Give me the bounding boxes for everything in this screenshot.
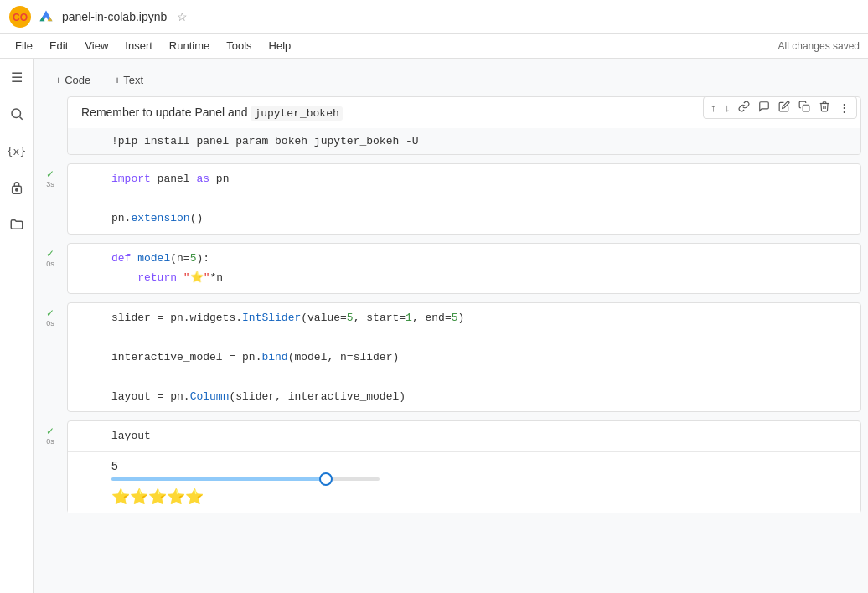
sidebar-files-icon[interactable] <box>7 214 27 235</box>
code-cell-4-wrapper: ✓ 0s [4] layout 5 ⭐⭐⭐⭐⭐ <box>34 420 868 513</box>
code-cell-3[interactable]: slider = pn.widgets.IntSlider(value=5, s… <box>67 302 861 413</box>
link-button[interactable] <box>735 99 753 116</box>
text-cell-toolbar: ↑ ↓ ⋮ <box>703 96 857 119</box>
cell-4-check: ✓ <box>46 425 54 437</box>
sidebar-search-icon[interactable] <box>7 104 27 124</box>
code-line: layout <box>68 426 860 446</box>
cell-4-output: 5 ⭐⭐⭐⭐⭐ <box>68 451 860 513</box>
copy-button[interactable] <box>795 99 814 116</box>
code-cell-1-wrapper: ✓ 3s [1] import panel as pn pn.extension… <box>34 163 868 235</box>
code-line: pn.extension() <box>68 209 860 229</box>
save-status: All changes saved <box>778 40 860 52</box>
drive-icon <box>39 9 54 24</box>
cell-2-status: ✓ 0s <box>34 243 67 268</box>
cell-3-status: ✓ 0s <box>34 302 67 327</box>
code-line: return "⭐"*n <box>68 268 860 288</box>
pip-cell: !pip install panel param bokeh jupyter_b… <box>68 128 860 154</box>
slider-track[interactable] <box>111 477 380 481</box>
code-cell-1-content: import panel as pn pn.extension() <box>68 164 860 234</box>
cell-2-time: 0s <box>46 260 54 268</box>
top-bar: CO panel-in-colab.ipynb ☆ <box>0 0 868 34</box>
svg-point-2 <box>12 109 21 118</box>
code-line: import panel as pn <box>68 169 860 189</box>
delete-cell-button[interactable] <box>815 99 834 116</box>
cell-1-status: ✓ 3s <box>34 163 67 188</box>
add-text-button[interactable]: + Text <box>106 70 152 90</box>
slider-fill <box>111 477 326 481</box>
text-cell-wrapper: ↑ ↓ ⋮ <box>34 96 868 155</box>
menu-help[interactable]: Help <box>262 36 298 55</box>
notebook-title[interactable]: panel-in-colab.ipynb <box>62 10 167 23</box>
sidebar-variables-icon[interactable]: {x} <box>7 141 27 161</box>
comment-button[interactable] <box>755 99 773 116</box>
cell-1-check: ✓ <box>46 168 54 180</box>
code-cell-3-wrapper: ✓ 0s [3] slider = pn.widgets.IntSlider(v… <box>34 302 868 413</box>
code-cell-2-wrapper: ✓ 0s [2] def model(n=5): return "⭐"*n <box>34 243 868 294</box>
menu-file[interactable]: File <box>8 36 39 55</box>
stars-output: ⭐⭐⭐⭐⭐ <box>111 487 847 506</box>
notebook-toolbar: + Code + Text <box>34 65 868 95</box>
menu-view[interactable]: View <box>78 36 115 55</box>
svg-text:CO: CO <box>13 12 28 23</box>
menu-runtime[interactable]: Runtime <box>163 36 216 55</box>
pip-command-line: !pip install panel param bokeh jupyter_b… <box>68 133 860 149</box>
slider-value-display: 5 <box>111 459 847 472</box>
menu-tools[interactable]: Tools <box>220 36 258 55</box>
move-down-button[interactable]: ↓ <box>721 100 734 116</box>
edit-button[interactable] <box>775 99 793 116</box>
code-cell-3-content: slider = pn.widgets.IntSlider(value=5, s… <box>68 303 860 412</box>
slider-thumb <box>319 472 333 486</box>
star-icon[interactable]: ☆ <box>177 10 188 23</box>
svg-rect-6 <box>803 105 809 111</box>
code-cell-1[interactable]: import panel as pn pn.extension() <box>67 163 861 235</box>
move-up-button[interactable]: ↑ <box>707 100 720 116</box>
more-options-button[interactable]: ⋮ <box>835 100 853 116</box>
sidebar-secrets-icon[interactable] <box>7 178 27 198</box>
code-line: def model(n=5): <box>68 249 860 269</box>
cell-3-check: ✓ <box>46 307 54 319</box>
code-line: interactive_model = pn.bind(model, n=sli… <box>68 348 860 368</box>
add-code-button[interactable]: + Code <box>47 70 99 90</box>
menu-edit[interactable]: Edit <box>43 36 75 55</box>
sidebar-menu-icon[interactable]: ☰ <box>7 67 27 87</box>
code-line <box>68 367 860 387</box>
code-cell-2[interactable]: def model(n=5): return "⭐"*n <box>67 243 861 294</box>
code-line <box>68 189 860 209</box>
code-cell-4[interactable]: layout 5 ⭐⭐⭐⭐⭐ <box>67 420 861 513</box>
cell-4-status: ✓ 0s <box>34 420 67 446</box>
cell-3-time: 0s <box>46 319 54 327</box>
left-sidebar: ☰ {x} <box>0 59 34 593</box>
code-line <box>68 327 860 348</box>
colab-logo: CO <box>8 5 32 28</box>
slider-widget[interactable] <box>111 477 847 481</box>
cell-2-check: ✓ <box>46 248 54 260</box>
notebook-area: + Code + Text ↑ ↓ <box>34 59 868 593</box>
text-cell[interactable]: ↑ ↓ ⋮ <box>67 96 861 155</box>
menu-bar: File Edit View Insert Runtime Tools Help… <box>0 34 868 59</box>
menu-insert[interactable]: Insert <box>118 36 159 55</box>
text-cell-text: Remember to update Panel and <box>81 106 251 119</box>
code-cell-2-content: def model(n=5): return "⭐"*n <box>68 244 860 293</box>
main-layout: ☰ {x} + Code + Text <box>0 59 868 593</box>
svg-point-5 <box>15 188 18 191</box>
cell-4-time: 0s <box>46 437 54 446</box>
text-cell-code: jupyter_bokeh <box>251 106 342 121</box>
cell-1-time: 3s <box>46 180 54 188</box>
code-line: layout = pn.Column(slider, interactive_m… <box>68 387 860 407</box>
code-line: slider = pn.widgets.IntSlider(value=5, s… <box>68 308 860 328</box>
svg-line-3 <box>19 116 22 119</box>
code-cell-4-content: layout <box>68 421 860 451</box>
